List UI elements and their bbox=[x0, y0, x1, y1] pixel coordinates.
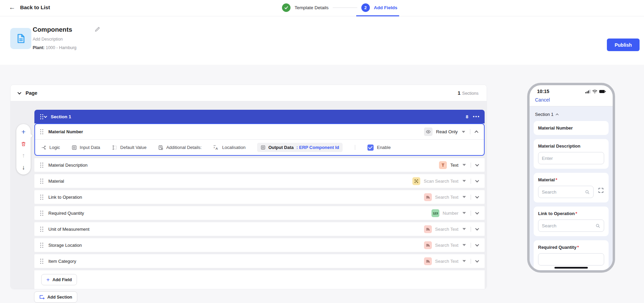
tool-label: Input Data bbox=[80, 145, 100, 150]
drag-handle-icon[interactable] bbox=[40, 211, 41, 212]
publish-button[interactable]: Publish bbox=[607, 39, 640, 51]
phone-enter-input[interactable] bbox=[542, 156, 600, 161]
expand-field-icon[interactable] bbox=[475, 163, 479, 166]
type-dropdown-icon[interactable] bbox=[462, 228, 466, 230]
input-data-button[interactable]: Input Data bbox=[72, 145, 100, 150]
phone-field-label: Required Quantity* bbox=[538, 245, 604, 250]
signal-icon bbox=[585, 90, 591, 93]
type-dropdown-icon[interactable] bbox=[462, 212, 466, 214]
enable-toggle: Enable bbox=[367, 145, 391, 151]
add-icon[interactable]: + bbox=[21, 128, 26, 135]
type-dropdown-icon[interactable] bbox=[462, 244, 466, 246]
back-label: Back to List bbox=[20, 4, 50, 11]
field-row-material-description[interactable]: Material Description T Text bbox=[34, 158, 485, 172]
expand-field-icon[interactable] bbox=[475, 243, 479, 246]
drag-handle-icon[interactable] bbox=[40, 129, 41, 130]
section-drag-handle-icon[interactable] bbox=[40, 114, 41, 115]
expand-field-icon[interactable] bbox=[475, 227, 479, 230]
phone-search-input[interactable] bbox=[542, 223, 595, 228]
field-row-material[interactable]: Material Scan Search Text bbox=[34, 174, 485, 188]
field-row-storage-location[interactable]: Storage Location Search Text bbox=[34, 238, 485, 252]
edit-title-icon[interactable] bbox=[94, 26, 100, 32]
output-data-label: Output Data bbox=[268, 145, 294, 150]
scan-type-icon bbox=[412, 177, 420, 185]
phone-field-label: Link to Operation* bbox=[538, 211, 604, 216]
default-value-icon bbox=[112, 145, 117, 150]
add-section-button[interactable]: Add Section bbox=[34, 291, 77, 303]
field-name: Unit of Measurement bbox=[48, 227, 90, 232]
default-value-button[interactable]: Default Value bbox=[112, 145, 146, 150]
type-dropdown-icon[interactable] bbox=[462, 260, 466, 262]
section-collapse-icon[interactable] bbox=[44, 115, 47, 118]
field-toolbar: Logic Input Data Default Value Additiona… bbox=[35, 140, 484, 155]
move-up-icon[interactable]: ↑ bbox=[22, 152, 25, 158]
phone-status-bar: 10:15 bbox=[530, 85, 613, 94]
add-field-button[interactable]: + Add Field bbox=[41, 274, 77, 285]
mode-dropdown-icon[interactable] bbox=[462, 131, 465, 133]
sections-count: 1Sections bbox=[458, 90, 478, 96]
localisation-icon: xA bbox=[213, 145, 219, 150]
delete-icon[interactable] bbox=[21, 141, 26, 147]
step-add-fields[interactable]: Add Fields bbox=[374, 5, 397, 10]
field-name: Item Category bbox=[48, 259, 76, 264]
phone-field-label: Material Number bbox=[538, 125, 604, 131]
logic-button[interactable]: Logic bbox=[41, 145, 60, 150]
topbar: ← Back to List Template Details 2 Add Fi… bbox=[0, 0, 644, 16]
field-row-unit-of-measurement[interactable]: Unit of Measurement Search Text bbox=[34, 222, 485, 236]
drag-handle-icon[interactable] bbox=[40, 227, 41, 228]
back-to-list-button[interactable]: ← Back to List bbox=[9, 4, 50, 11]
drag-handle-icon[interactable] bbox=[40, 179, 41, 180]
phone-time: 10:15 bbox=[537, 89, 549, 94]
page-collapse-icon[interactable] bbox=[17, 90, 21, 94]
output-data-button[interactable]: Output Data : ERP Component Id bbox=[257, 143, 343, 152]
type-dropdown-icon[interactable] bbox=[462, 164, 466, 166]
section-menu-icon[interactable] bbox=[473, 116, 479, 117]
tool-label: Additional Details: bbox=[166, 145, 202, 150]
phone-search-input-wrap bbox=[538, 219, 604, 232]
search-icon bbox=[585, 190, 590, 195]
step-template-details[interactable]: Template Details bbox=[295, 5, 329, 10]
phone-section-label: Section 1 bbox=[535, 112, 553, 117]
section-field-count: 8 bbox=[466, 114, 468, 119]
expand-field-icon[interactable] bbox=[475, 195, 479, 198]
section-header[interactable]: Section 1 8 bbox=[34, 110, 485, 123]
field-name: Storage Location bbox=[48, 243, 82, 248]
step-connector bbox=[333, 7, 357, 8]
phone-number-input[interactable] bbox=[542, 257, 600, 262]
sections-count-number: 1 bbox=[458, 90, 460, 96]
scan-button-icon[interactable] bbox=[598, 187, 604, 193]
drag-handle-icon[interactable] bbox=[40, 163, 41, 164]
tool-label: Localisation bbox=[222, 145, 246, 150]
field-row-link-to-operation[interactable]: Link to Operation Search Text bbox=[34, 190, 485, 204]
add-section-label: Add Section bbox=[47, 295, 72, 300]
expanded-field-card: Material Number Read Only Logic bbox=[34, 123, 485, 156]
drag-handle-icon[interactable] bbox=[40, 243, 41, 244]
phone-card-material-description: Material Description bbox=[534, 139, 609, 169]
drag-handle-icon[interactable] bbox=[40, 259, 41, 260]
add-description-link[interactable]: Add Description bbox=[33, 37, 63, 42]
field-row-required-quantity[interactable]: Required Quantity 123 Number bbox=[34, 206, 485, 220]
move-down-icon[interactable]: ↓ bbox=[22, 164, 25, 170]
field-name: Material Number bbox=[48, 129, 83, 134]
phone-search-input[interactable] bbox=[542, 190, 585, 195]
collapse-field-icon[interactable] bbox=[474, 130, 478, 134]
type-dropdown-icon[interactable] bbox=[462, 196, 466, 198]
additional-details-button[interactable]: Additional Details: bbox=[158, 145, 202, 150]
phone-section-header[interactable]: Section 1 bbox=[534, 110, 609, 121]
expand-field-icon[interactable] bbox=[475, 259, 479, 262]
search-icon bbox=[595, 223, 600, 228]
template-icon bbox=[10, 28, 31, 49]
step-number-badge: 2 bbox=[361, 3, 370, 12]
field-name: Material Description bbox=[48, 163, 88, 168]
field-row-item-category[interactable]: Item Category Search Text bbox=[34, 254, 485, 268]
field-name: Link to Operation bbox=[48, 195, 82, 200]
expand-field-icon[interactable] bbox=[475, 179, 479, 182]
expand-field-icon[interactable] bbox=[475, 211, 479, 214]
enable-checkbox[interactable] bbox=[367, 145, 374, 151]
type-dropdown-icon[interactable] bbox=[462, 180, 466, 182]
drag-handle-icon[interactable] bbox=[40, 195, 41, 196]
phone-section-collapse-icon bbox=[556, 113, 559, 116]
field-type-label: Scan Search Text bbox=[424, 179, 458, 184]
cancel-link[interactable]: Cancel bbox=[535, 97, 550, 103]
localisation-button[interactable]: xA Localisation bbox=[213, 145, 246, 150]
